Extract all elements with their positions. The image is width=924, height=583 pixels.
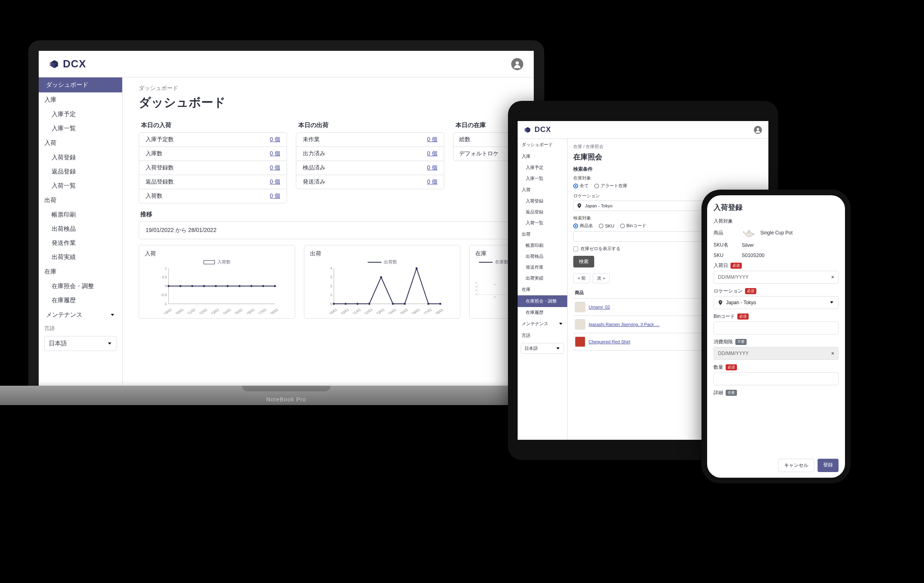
lang-select[interactable]: 日本語 <box>521 343 564 354</box>
sidebar-group: 在庫 <box>39 264 122 279</box>
date-input[interactable]: DD/MM/YYYY × <box>714 271 839 284</box>
chevron-down-icon <box>107 341 112 346</box>
kv-key: 入荷登録数 <box>146 164 174 171</box>
location-select[interactable]: Japan - Tokyo <box>714 296 839 309</box>
submit-button[interactable]: 登録 <box>818 459 839 472</box>
svg-text:4: 4 <box>330 266 332 270</box>
sidebar-item[interactable]: 出荷実績 <box>518 273 567 284</box>
sidebar-item[interactable]: 発送作業 <box>518 262 567 273</box>
sidebar-item[interactable]: 入荷一覧 <box>518 217 567 228</box>
kv-value-link[interactable]: 0 個 <box>270 178 280 186</box>
sidebar-item[interactable]: 出荷検品 <box>518 251 567 262</box>
sidebar-item[interactable]: 帳票印刷 <box>518 240 567 251</box>
lang-label: 言語 <box>518 330 567 341</box>
svg-point-27 <box>239 285 241 287</box>
sidebar-item[interactable]: 入庫予定 <box>39 107 122 121</box>
sidebar-item[interactable]: ダッシュボード <box>39 77 122 92</box>
svg-text:28/01: 28/01 <box>435 307 444 314</box>
svg-text:120: 120 <box>475 294 477 295</box>
svg-text:24/01: 24/01 <box>222 307 232 314</box>
sidebar-item[interactable]: 在庫照会・調整 <box>39 279 122 293</box>
kv-key: 返品登録数 <box>146 178 174 186</box>
sidebar-item[interactable]: 入荷登録 <box>518 196 567 207</box>
sidebar-item[interactable]: 入庫予定 <box>518 162 567 173</box>
kv-value-link[interactable]: 0 個 <box>270 192 280 200</box>
kv-value-link[interactable]: 0 個 <box>427 164 437 171</box>
search-button[interactable]: 検索 <box>573 256 594 267</box>
sidebar-item[interactable]: 発送作業 <box>39 236 122 250</box>
kv-value-link[interactable]: 0 個 <box>427 150 437 157</box>
product-link[interactable]: Umami_02 <box>589 305 610 309</box>
phone-screen: 入荷登録 入荷対象 商品 Single Cup Pot SKU名 Silver … <box>707 195 845 478</box>
sidebar-item[interactable]: 入荷登録 <box>39 150 122 165</box>
product-thumb <box>575 302 585 312</box>
svg-point-22 <box>179 285 181 287</box>
sidebar-group[interactable]: 入荷 <box>518 184 567 196</box>
lang-label: 言語 <box>39 322 122 334</box>
pager-prev[interactable]: « 前 <box>573 273 590 283</box>
sidebar-expand[interactable]: メンテナンス <box>39 307 122 322</box>
brand-logo[interactable]: DCX <box>49 58 86 70</box>
brand-logo[interactable]: DCX <box>524 125 551 134</box>
sidebar-item[interactable]: 在庫履歴 <box>39 293 122 307</box>
kv-row: 返品登録数0 個 <box>139 175 287 189</box>
user-avatar[interactable] <box>754 126 762 134</box>
sidebar-item[interactable]: 帳票印刷 <box>39 208 122 222</box>
sidebar-group[interactable]: 在庫 <box>518 284 567 295</box>
target-heading: 入荷対象 <box>714 218 839 225</box>
pager-next[interactable]: 次 » <box>593 273 610 283</box>
trend-title: 推移 <box>140 211 518 218</box>
sidebar-item[interactable]: 入庫一覧 <box>518 173 567 184</box>
kv-value-link[interactable]: 0 個 <box>270 164 280 171</box>
required-badge: 必須 <box>726 364 737 370</box>
radio-option[interactable]: SKU <box>599 224 614 228</box>
kv-value-link[interactable]: 0 個 <box>270 136 280 143</box>
kv-value-link[interactable]: 0 個 <box>427 178 437 186</box>
svg-text:20/01: 20/01 <box>340 307 350 314</box>
sidebar-item[interactable]: 返品登録 <box>39 165 122 179</box>
qty-label: 数量 <box>714 364 723 371</box>
product-link[interactable]: Igarashi Ramen 3serving, 3 Pack … <box>589 322 660 327</box>
sidebar-item[interactable]: 在庫照会・調整 <box>518 295 567 307</box>
sidebar-item[interactable]: 出荷検品 <box>39 222 122 236</box>
sidebar-expand[interactable]: メンテナンス <box>518 318 567 330</box>
radio-option[interactable]: Binコード <box>620 223 646 229</box>
radio-option[interactable]: 商品名 <box>573 223 593 229</box>
svg-text:-0.5: -0.5 <box>160 293 167 297</box>
kv-key: 入荷数 <box>146 192 162 200</box>
bin-input[interactable] <box>714 322 839 334</box>
svg-text:22/01: 22/01 <box>364 307 373 314</box>
sidebar-group[interactable]: ダッシュボード <box>518 139 567 150</box>
phone-device: 入荷登録 入荷対象 商品 Single Cup Pot SKU名 Silver … <box>701 190 851 483</box>
qty-input[interactable] <box>714 372 839 385</box>
expiry-input[interactable]: DD/MM/YYYY × <box>714 347 839 360</box>
sidebar-item[interactable]: 返品登録 <box>518 207 567 217</box>
kv-value-link[interactable]: 0 個 <box>270 150 280 157</box>
svg-text:25/01: 25/01 <box>234 307 243 314</box>
kv-value-link[interactable]: 0 個 <box>427 136 437 143</box>
svg-text:2: 2 <box>330 284 332 288</box>
sidebar-item[interactable]: 入庫一覧 <box>39 121 122 136</box>
kv-key: 入庫数 <box>146 150 162 157</box>
svg-text:19/01: 19/01 <box>163 307 173 314</box>
radio-option[interactable]: アラート在庫 <box>594 183 627 189</box>
svg-point-57 <box>439 303 441 305</box>
svg-text:27/01: 27/01 <box>423 307 433 314</box>
card-receive: 入庫予定数0 個入庫数0 個入荷登録数0 個返品登録数0 個入荷数0 個 <box>139 132 287 203</box>
svg-text:1: 1 <box>165 266 167 270</box>
product-link[interactable]: Chequered Red Shirt <box>589 339 630 344</box>
cancel-button[interactable]: キャンセル <box>778 459 814 472</box>
sidebar-group[interactable]: 入庫 <box>518 150 567 162</box>
clear-icon[interactable]: × <box>831 274 834 280</box>
sidebar-group[interactable]: 出荷 <box>518 228 567 240</box>
kv-row: 入荷数0 個 <box>139 189 287 203</box>
trend-range[interactable]: 19/01/2022 から 28/01/2022 <box>139 221 518 239</box>
lang-select[interactable]: 日本語 <box>44 336 117 351</box>
radio-option[interactable]: 全て <box>573 183 589 189</box>
sidebar-item[interactable]: 在庫履歴 <box>518 307 567 318</box>
sidebar-item[interactable]: 出荷実績 <box>39 250 122 264</box>
sidebar-item[interactable]: 入荷一覧 <box>39 179 122 193</box>
kv-row: 未作業0 個 <box>296 133 444 147</box>
user-avatar[interactable] <box>511 58 523 70</box>
clear-icon[interactable]: × <box>831 351 834 356</box>
